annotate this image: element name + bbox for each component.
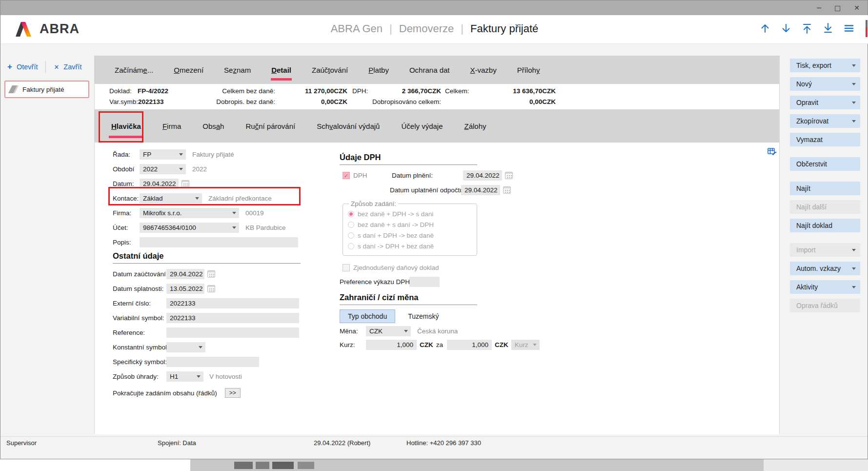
chevron-down-icon xyxy=(199,346,202,348)
open-document-card[interactable]: Faktury přijaté xyxy=(4,81,89,98)
zkopirovat-button[interactable]: Zkopírovat xyxy=(790,114,860,128)
calendar-icon[interactable] xyxy=(207,285,215,292)
datum-zauctovani-label: Datum zaúčtování: xyxy=(113,270,166,278)
najit-button[interactable]: Najít xyxy=(790,182,860,195)
calendar-icon[interactable] xyxy=(207,270,215,278)
check-icon: ✓ xyxy=(344,173,348,179)
trade-type-button[interactable]: Typ obchodu xyxy=(340,309,395,323)
button-label: Najít další xyxy=(796,203,827,211)
window-minimize-button[interactable]: ─ xyxy=(817,4,821,11)
datum-input[interactable]: 29.04.2022 xyxy=(140,179,179,189)
close-button[interactable]: Zavřít xyxy=(63,63,81,71)
obdobi-suffix: 2022 xyxy=(192,165,207,173)
externi-cislo-input[interactable]: 2022133 xyxy=(166,298,299,308)
subtab-zalohy[interactable]: Zálohy xyxy=(454,109,497,143)
datum-zauctovani-input[interactable]: 29.04.2022 xyxy=(166,269,204,279)
calendar-icon[interactable] xyxy=(182,180,189,187)
tab-x-vazby[interactable]: X-vazby xyxy=(460,56,507,84)
datum-odpoctu-value: 29.04.2022 xyxy=(464,186,498,194)
nav-up-icon[interactable] xyxy=(760,23,770,34)
chevron-down-icon xyxy=(852,120,856,123)
autom-vzkazy-button[interactable]: Autom. vzkazy xyxy=(790,262,860,275)
radio-off-icon xyxy=(348,222,354,228)
app-header: ABRA ABRA Gen|Demoverze|Faktury přijaté xyxy=(1,15,868,44)
tab-zaciname[interactable]: Začínáme... xyxy=(104,56,163,84)
kurz-input-2[interactable]: 1,000 xyxy=(447,340,492,350)
trade-type-row: Typ obchodu Tuzemský xyxy=(340,310,540,323)
datum-odpoctu-label: Datum uplatnění odpočtu: xyxy=(390,186,461,194)
form-left-column: Řada: FP Faktury přijaté Období 2022 202… xyxy=(113,149,301,402)
specificky-symbol-input[interactable] xyxy=(166,357,259,367)
open-document-label: Faktury přijaté xyxy=(22,86,64,93)
continue-button[interactable]: >> xyxy=(225,388,241,398)
reference-label: Reference: xyxy=(113,329,166,336)
edit-table-icon[interactable] xyxy=(767,147,777,156)
datum-plneni-input[interactable]: 29.04.2022 xyxy=(463,170,502,181)
dobropis-label: Dobropis. bez daně: xyxy=(173,98,275,106)
variabilni-symbol-input[interactable]: 2022133 xyxy=(166,313,299,323)
menu-icon[interactable] xyxy=(844,23,854,34)
kontace-select[interactable]: Základ xyxy=(140,193,202,204)
subtab-hlavicka[interactable]: Hlavička xyxy=(101,109,152,143)
tab-detail[interactable]: Detail xyxy=(261,56,302,84)
subtab-rucni-parovani[interactable]: Ruční párování xyxy=(235,109,306,143)
background-window-sliver xyxy=(866,20,868,27)
specificky-symbol-label: Specifický symbol: xyxy=(113,358,166,366)
nav-down-icon[interactable] xyxy=(781,23,791,34)
konstantni-symbol-select[interactable] xyxy=(166,342,205,352)
subtab-schvalovani-vydaju[interactable]: Schvalování výdajů xyxy=(306,109,390,143)
preference-input[interactable] xyxy=(409,277,440,287)
ucet-label: Účet: xyxy=(113,224,140,231)
plus-icon[interactable]: + xyxy=(7,62,12,72)
tab-zauctovani[interactable]: Zaúčtování xyxy=(302,56,358,84)
tab-seznam[interactable]: Seznam xyxy=(214,56,261,84)
open-button[interactable]: Otevřít xyxy=(17,63,38,71)
vymazat-button[interactable]: Vymazat xyxy=(790,133,860,146)
reference-input[interactable] xyxy=(166,328,299,338)
window-maximize-button[interactable]: □ xyxy=(834,4,841,11)
chevron-down-icon xyxy=(404,330,408,332)
opravit-button[interactable]: Opravit xyxy=(790,96,860,109)
taskbar-segment xyxy=(764,459,868,471)
calendar-icon[interactable] xyxy=(505,172,513,179)
ucet-select[interactable]: 9867465364/0100 xyxy=(140,223,239,233)
obcerstvit-button[interactable]: Občerstvit xyxy=(790,157,860,171)
aktivity-button[interactable]: Aktivity xyxy=(790,280,860,294)
kurz-input-1[interactable]: 1,000 xyxy=(366,340,417,350)
mena-select[interactable]: CZK xyxy=(366,326,411,336)
datum-splatnosti-input[interactable]: 13.05.2022 xyxy=(166,284,204,294)
nav-last-icon[interactable] xyxy=(823,23,833,34)
datum-plneni-label: Datum plnění: xyxy=(392,172,463,179)
zpusob-uhrady-select[interactable]: H1 xyxy=(166,371,203,382)
title-separator: | xyxy=(461,22,464,35)
novy-button[interactable]: Nový xyxy=(790,77,860,91)
datum-odpoctu-input[interactable]: 29.04.2022 xyxy=(461,185,500,195)
tab-ochrana-dat[interactable]: Ochrana dat xyxy=(399,56,460,84)
close-x-icon[interactable]: ✕ xyxy=(54,63,59,71)
popis-input[interactable] xyxy=(140,237,298,247)
radio-option: bez daně + s daní -> DPH xyxy=(348,219,477,230)
tab-omezeni[interactable]: Omezení xyxy=(163,56,214,84)
continue-label: Pokračujte zadáním obsahu (řádků) xyxy=(113,389,217,397)
calendar-icon[interactable] xyxy=(503,186,511,194)
obdobi-select[interactable]: 2022 xyxy=(140,164,186,174)
subtab-obsah[interactable]: Obsah xyxy=(192,109,235,143)
kurz-za-label: za xyxy=(436,341,443,348)
record-nav xyxy=(760,23,854,34)
datum-value: 29.04.2022 xyxy=(143,180,176,187)
subtab-firma[interactable]: Firma xyxy=(152,109,192,143)
tisk-export-button[interactable]: Tisk, export xyxy=(790,59,860,72)
najit-doklad-button[interactable]: Najít doklad xyxy=(790,219,860,232)
firma-select[interactable]: Mikrofix s.r.o. xyxy=(140,208,239,218)
dph-plneni-row: ✓ DPH Datum plnění: 29.04.2022 xyxy=(340,170,540,181)
rada-select[interactable]: FP xyxy=(140,149,186,160)
form-area: Řada: FP Faktury přijaté Období 2022 202… xyxy=(95,143,779,434)
document-summary: Doklad: FP-4/2022 Celkem bez daně: 11 27… xyxy=(95,84,779,109)
subtab-ucely-vydaje[interactable]: Účely výdaje xyxy=(390,109,453,143)
doklad-value: FP-4/2022 xyxy=(138,87,168,95)
nav-first-icon[interactable] xyxy=(802,23,812,34)
tab-platby[interactable]: Platby xyxy=(358,56,399,84)
window-close-button[interactable]: ✕ xyxy=(854,4,860,11)
tab-prilohy[interactable]: Přílohy xyxy=(507,56,550,84)
datum-label: Datum: xyxy=(113,180,140,187)
